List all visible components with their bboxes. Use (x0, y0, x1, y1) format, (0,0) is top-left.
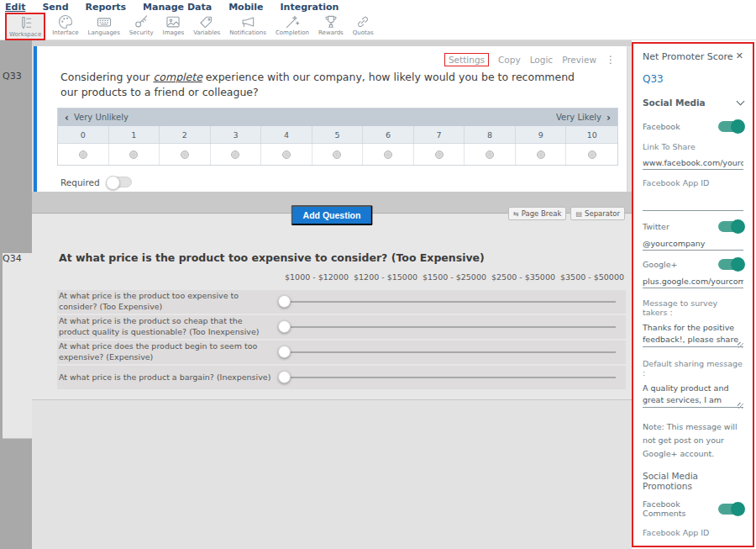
link-to-share-input[interactable] (643, 156, 743, 170)
radio-icon (282, 150, 291, 159)
menu-item-send[interactable]: Send (42, 2, 68, 13)
toolbar-item-security[interactable]: Security (127, 13, 156, 37)
nps-left-label: Very Unlikely (74, 113, 129, 122)
slider-handle-icon[interactable] (278, 295, 291, 308)
nps-right-label: Very Likely (556, 113, 601, 122)
question-id-gutter: Q33 Q34 (0, 40, 32, 549)
menu-item-reports[interactable]: Reports (86, 2, 127, 13)
nps-number: 1 (109, 126, 160, 144)
price-column-header: $1200 - $15000 (351, 272, 420, 282)
nps-radio[interactable] (363, 144, 414, 165)
facebook-toggle[interactable] (718, 121, 743, 132)
q33-gutter-label: Q33 (3, 71, 22, 82)
panel-question-ref[interactable]: Q33 (643, 73, 743, 85)
toolbar-item-label: Languages (88, 29, 120, 36)
toolbar-item-languages[interactable]: Languages (86, 13, 123, 37)
toolbar-item-completion[interactable]: Completion (273, 13, 312, 37)
more-options-icon[interactable]: ⋮ (606, 54, 615, 66)
link-to-share-label: Link To Share (643, 142, 743, 151)
radio-icon (537, 150, 545, 159)
toggle-knob (106, 176, 120, 190)
slider-handle-icon[interactable] (278, 320, 291, 333)
question-actions: Settings Copy Logic Preview ⋮ (444, 53, 615, 66)
twitter-toggle[interactable] (718, 221, 743, 232)
price-slider[interactable] (284, 301, 616, 303)
twitter-row: Twitter (643, 221, 743, 232)
facebook-app-id2-label: Facebook App ID (643, 528, 743, 537)
price-column-header: $2500 - $35000 (489, 272, 558, 282)
survey-editor-canvas: Settings Copy Logic Preview ⋮ Considerin… (32, 40, 632, 549)
toolbar-item-label: Workspace (9, 31, 41, 38)
preview-button[interactable]: Preview (562, 55, 596, 65)
toggle-knob (731, 119, 745, 134)
price-slider[interactable] (284, 351, 616, 353)
radio-icon (231, 150, 239, 159)
page-break-button[interactable]: ⇆Page Break (508, 207, 566, 220)
facebook-app-id-label: Facebook App ID (643, 178, 743, 187)
google-plus-toggle[interactable] (718, 259, 743, 270)
resize-handle-icon[interactable] (738, 342, 743, 348)
nps-radio[interactable] (211, 144, 262, 165)
twitter-handle-input[interactable] (643, 237, 743, 251)
chevron-down-icon (737, 97, 745, 105)
toolbar-item-workspace[interactable]: Workspace (5, 13, 45, 40)
q34-question-card: At what price is the product too expensi… (32, 214, 632, 400)
facebook-app-id-input[interactable] (643, 198, 743, 211)
logic-button[interactable]: Logic (530, 55, 553, 65)
nps-radio[interactable] (312, 144, 364, 165)
nps-radio[interactable] (566, 144, 617, 165)
price-slider[interactable] (284, 377, 616, 378)
toolbar-item-rewards[interactable]: Rewards (316, 13, 346, 37)
nps-radio[interactable] (465, 144, 516, 165)
nps-scale-header: ‹ Very Unlikely Very Likely › (58, 108, 617, 126)
q33-question-text[interactable]: Considering your complete experience wit… (60, 70, 593, 100)
q34-question-text[interactable]: At what price is the product too expensi… (59, 251, 606, 264)
close-icon[interactable]: ✕ (736, 51, 743, 61)
toolbar-item-notifications[interactable]: Notifications (227, 13, 269, 37)
settings-button[interactable]: Settings (444, 53, 489, 66)
separator-icon: ▤ (575, 210, 582, 218)
q33-question-card: Settings Copy Logic Preview ⋮ Considerin… (34, 46, 627, 192)
slider-handle-icon[interactable] (278, 371, 291, 383)
toggle-knob (731, 219, 745, 234)
add-question-button[interactable]: Add Question (291, 205, 373, 225)
nps-radio[interactable] (261, 144, 312, 165)
menu-item-manage-data[interactable]: Manage Data (143, 2, 212, 13)
radio-icon (181, 150, 189, 159)
facebook-comments-toggle[interactable] (718, 504, 743, 515)
required-toggle[interactable] (107, 177, 132, 187)
required-row: Required (60, 177, 627, 187)
menu-item-mobile[interactable]: Mobile (228, 2, 263, 13)
toolbar-item-quotas[interactable]: Quotas (350, 13, 376, 37)
menu-item-integration[interactable]: Integration (281, 2, 339, 13)
radio-icon (384, 150, 392, 159)
slider-row: At what price is the product a bargain? … (57, 366, 626, 389)
social-media-section-header[interactable]: Social Media (643, 98, 743, 108)
message-to-takers-textarea[interactable]: Thanks for the positive feedback!, pleas… (643, 322, 743, 347)
copy-button[interactable]: Copy (498, 55, 521, 65)
nps-radio[interactable] (414, 144, 465, 165)
facebook-label: Facebook (643, 122, 680, 131)
separator-label: Separator (585, 209, 620, 218)
toolbar-item-interface[interactable]: Interface (50, 13, 81, 37)
toolbar-item-variables[interactable]: Variables (191, 13, 223, 37)
toolbar-item-label: Quotas (353, 29, 374, 36)
toolbar-item-label: Interface (52, 29, 78, 36)
menu-item-edit[interactable]: Edit (5, 2, 25, 13)
separator-button[interactable]: ▤Separator (570, 207, 625, 220)
resize-handle-icon[interactable] (738, 403, 743, 409)
nps-radio[interactable] (58, 144, 109, 165)
google-plus-input[interactable] (643, 275, 743, 288)
price-slider[interactable] (284, 326, 616, 328)
slider-handle-icon[interactable] (278, 346, 291, 358)
toolbar-item-images[interactable]: Images (160, 13, 187, 37)
toolbar-item-label: Rewards (318, 29, 344, 36)
nps-radio[interactable] (109, 144, 160, 165)
nps-radio[interactable] (160, 144, 211, 165)
nps-number: 3 (211, 126, 262, 144)
question-text-prefix: Considering your (60, 71, 153, 83)
price-column-header: $1000 - $12000 (282, 272, 351, 282)
nps-radio[interactable] (516, 144, 567, 165)
page-break-icon: ⇆ (513, 210, 519, 218)
default-sharing-textarea[interactable]: A quality product and great services, I … (643, 383, 743, 408)
